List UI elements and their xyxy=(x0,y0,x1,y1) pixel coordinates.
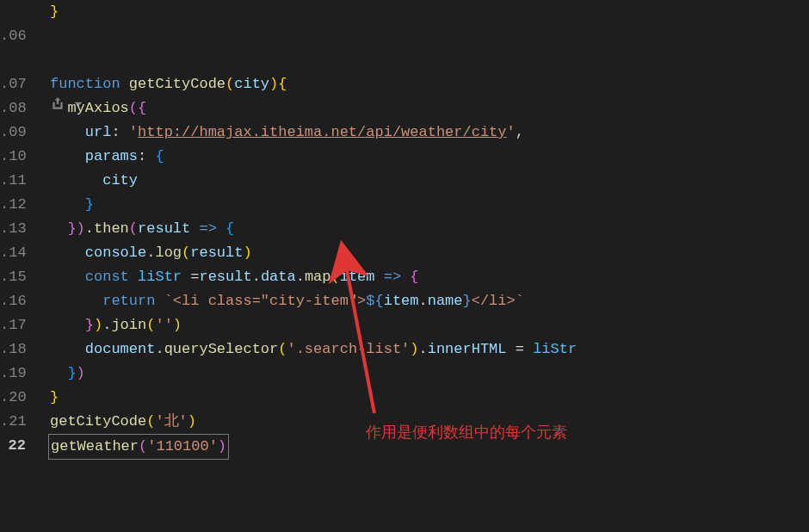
property-shorthand: city xyxy=(102,172,138,189)
code-line[interactable]: params: { xyxy=(50,145,809,169)
code-line[interactable]: url: 'http://hmajax.itheima.net/api/weat… xyxy=(50,121,809,145)
keyword-const: const xyxy=(85,269,129,285)
code-line[interactable]: console.log(result) xyxy=(50,241,809,265)
line-number: .12 xyxy=(0,193,26,217)
line-number xyxy=(0,0,26,24)
keyword-return: return xyxy=(102,293,155,309)
code-line[interactable]: return `<li class="city-item">${item.nam… xyxy=(50,289,809,313)
annotation-arrow xyxy=(340,258,392,422)
line-number-gutter: .06 .07 .08 .09 .10 .11 .12 .13 .14 .15 … xyxy=(0,0,34,532)
line-number: .18 xyxy=(0,337,26,362)
code-line[interactable] xyxy=(50,24,809,48)
line-number: .15 xyxy=(0,265,26,289)
parameter: result xyxy=(138,220,190,237)
line-number-current: 22 xyxy=(0,434,26,458)
property-key: params xyxy=(85,148,138,164)
line-number xyxy=(0,48,26,72)
code-line[interactable]: }).then(result => { xyxy=(50,217,809,241)
code-line[interactable]: document.querySelector('.search-list').i… xyxy=(50,337,809,362)
line-number: .08 xyxy=(0,96,26,121)
method-join: join xyxy=(111,317,146,333)
code-line[interactable]: function getCityCode(city){ xyxy=(50,72,809,96)
function-call: getWeather xyxy=(51,438,139,455)
function-call: getCityCode xyxy=(50,413,146,430)
variable-name: liStr xyxy=(138,269,182,285)
code-line[interactable]: }).join('') xyxy=(50,313,809,337)
code-line[interactable]: } xyxy=(50,386,809,410)
line-number: .14 xyxy=(0,241,26,265)
line-number: .19 xyxy=(0,362,26,386)
line-number: .16 xyxy=(0,289,26,313)
code-line[interactable]: } xyxy=(50,193,809,217)
line-number: .13 xyxy=(0,217,26,241)
code-line[interactable]: city xyxy=(50,169,809,193)
line-number: .06 xyxy=(0,24,26,48)
line-number: .17 xyxy=(0,313,26,337)
method-log: log xyxy=(155,244,182,261)
method-queryselector: querySelector xyxy=(164,341,279,357)
svg-line-0 xyxy=(347,270,374,413)
code-line[interactable]: myAxios({ xyxy=(50,96,809,121)
code-line[interactable]: const liStr =result.data.map(item => { xyxy=(50,265,809,289)
line-number: .10 xyxy=(0,145,26,169)
code-content[interactable]: } function getCityCode(city){ myAxios({ … xyxy=(34,0,809,532)
line-number: .21 xyxy=(0,410,26,434)
line-number: .11 xyxy=(0,169,26,193)
cursor-selection: getWeather('110100') xyxy=(48,434,229,460)
parameter: city xyxy=(234,76,269,92)
property-key: url xyxy=(85,124,112,140)
code-line[interactable]: } xyxy=(50,0,809,24)
code-editor: .06 .07 .08 .09 .10 .11 .12 .13 .14 .15 … xyxy=(0,0,809,532)
annotation-text: 作用是便利数组中的每个元素 xyxy=(366,420,567,444)
code-line[interactable]: }) xyxy=(50,362,809,386)
console-object: console xyxy=(85,244,146,261)
line-number: .09 xyxy=(0,121,26,145)
function-call: myAxios xyxy=(67,100,128,116)
function-name: getCityCode xyxy=(129,76,225,92)
method-then: then xyxy=(94,220,129,237)
codelens-line[interactable] xyxy=(50,48,809,72)
line-number: .07 xyxy=(0,72,26,96)
string-url: http://hmajax.itheima.net/api/weather/ci… xyxy=(138,124,506,140)
keyword-function: function xyxy=(50,76,120,92)
document-object: document xyxy=(85,341,156,357)
method-map: map xyxy=(305,269,331,285)
line-number: .20 xyxy=(0,386,26,410)
